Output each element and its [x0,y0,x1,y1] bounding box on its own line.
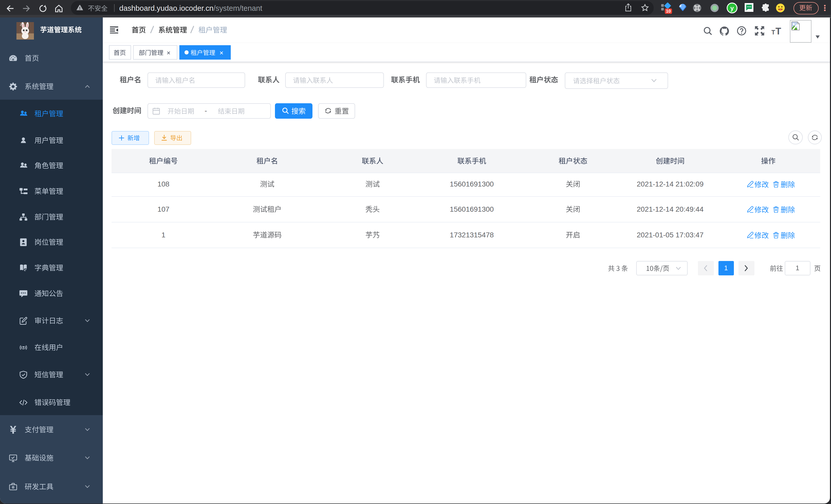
svg-text:10: 10 [666,9,671,13]
svg-text:y: y [730,5,734,11]
svg-text:T: T [771,29,775,35]
svg-text:T: T [775,27,781,35]
